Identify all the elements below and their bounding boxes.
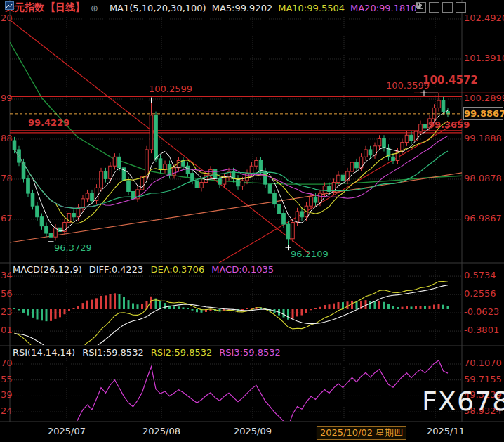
- price-axis-label-clipped: 78: [1, 174, 13, 183]
- current-price-badge: 99.8867: [463, 107, 503, 120]
- swing-low-label-jul: 96.3729: [54, 243, 92, 253]
- chart-canvas[interactable]: [0, 0, 504, 442]
- rsi-title[interactable]: RSI(14,14,14): [13, 347, 75, 358]
- price-axis-label-clipped: 88: [1, 134, 13, 143]
- shift-chart-icon[interactable]: [456, 2, 466, 13]
- toolbar-icons: [416, 2, 466, 13]
- level-label-99-3659: 99.3659: [428, 120, 470, 130]
- price-axis-label: 99.1888: [464, 134, 502, 143]
- macd-axis-label: -0.0623: [464, 307, 499, 317]
- time-axis-highlighted-date: 2025/10/02 星期四: [317, 426, 406, 440]
- swing-low-label-sep: 96.2109: [291, 249, 329, 259]
- watermark: FX678: [422, 386, 504, 417]
- price-axis-label: 101.3910: [464, 53, 504, 63]
- macd-axis-label-clipped: 01: [1, 325, 13, 335]
- chart-header: 美元指数 【日线】 ⊕ MA1(5,10,20,30,100) MA5:99.9…: [5, 1, 417, 14]
- macd-axis-label: 0.5734: [464, 271, 496, 280]
- price-axis-label: 102.4920: [464, 13, 504, 23]
- rsi2-value: RSI2:59.8532: [151, 347, 213, 358]
- rsi-axis-label: 59.7155: [464, 375, 502, 384]
- macd-header: MACD(26,12,9) DIFF:0.4223 DEA:0.3706 MAC…: [13, 264, 274, 275]
- ma20-value: MA20:99.1810: [350, 3, 417, 13]
- rsi-axis-label-clipped: 24: [1, 406, 13, 416]
- level-label-99-4229: 99.4229: [28, 118, 69, 128]
- time-axis-label: 2025/08: [142, 426, 180, 436]
- period-label[interactable]: 【日线】: [46, 1, 85, 14]
- rsi-axis-label-clipped: 70: [1, 358, 13, 368]
- ma10-value: MA10:99.5504: [278, 3, 345, 13]
- x-axis-scale-icon[interactable]: [442, 2, 453, 13]
- macd-title[interactable]: MACD(26,12,9): [13, 264, 82, 275]
- rsi-axis-label-clipped: 39: [1, 390, 13, 400]
- rsi-axis-label: 70.1070: [464, 358, 502, 368]
- rsi3-value: RSI3:59.8532: [219, 347, 281, 358]
- macd-dea-value: DEA:0.3706: [150, 264, 204, 275]
- macd-axis-label-clipped: 56: [1, 289, 13, 299]
- macd-macd-value: MACD:0.1035: [211, 264, 274, 275]
- y-axis-scale-icon[interactable]: [429, 2, 439, 13]
- rsi1-value: RSI1:59.8532: [82, 347, 144, 358]
- ma5-value: MA5:99.9202: [212, 3, 273, 13]
- chart-window: { "header": { "symbol": "美元指数", "period"…: [0, 0, 504, 442]
- price-axis-label-clipped: 20: [1, 13, 13, 23]
- swing-high-label-nov: 100.4572: [423, 75, 478, 85]
- macd-axis-label: -0.3801: [464, 325, 499, 335]
- settings-icon[interactable]: ⊕: [91, 3, 98, 13]
- time-axis-label: 2025/07: [48, 426, 86, 436]
- price-axis-label: 96.9867: [464, 214, 502, 223]
- swing-high-label-jul: 100.2599: [149, 84, 192, 94]
- time-axis-label: 2025/09: [234, 426, 272, 436]
- price-axis-label-clipped: 67: [1, 214, 13, 223]
- rsi-header: RSI(14,14,14) RSI1:59.8532 RSI2:59.8532 …: [13, 347, 281, 358]
- macd-axis-label: 0.2556: [464, 289, 496, 299]
- price-axis-label-clipped: 99: [1, 93, 13, 103]
- ma-settings-label[interactable]: MA1(5,10,20,30,100): [110, 3, 206, 13]
- price-axis-label: 100.2899: [464, 93, 504, 103]
- macd-axis-label-clipped: 23: [1, 307, 13, 317]
- macd-axis-label-clipped: 34: [1, 271, 13, 280]
- macd-diff-value: DIFF:0.4223: [89, 264, 144, 275]
- time-axis-label: 2025/11: [427, 426, 465, 436]
- rsi-axis-label-clipped: 55: [1, 375, 13, 384]
- price-axis-label: 98.0878: [464, 174, 502, 183]
